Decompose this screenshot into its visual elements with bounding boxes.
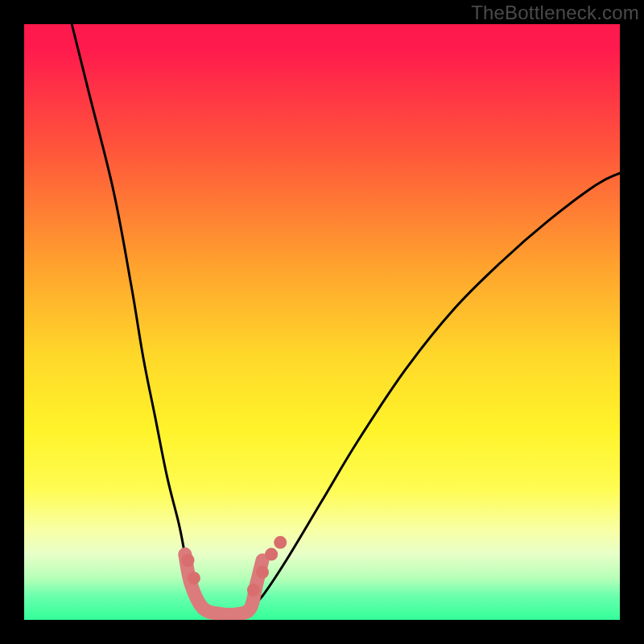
plot-area — [24, 24, 620, 620]
floor-marker — [265, 548, 278, 561]
curves-svg — [24, 24, 620, 620]
floor-marker — [188, 572, 200, 584]
floor-marker — [274, 536, 287, 549]
floor-marker — [247, 584, 260, 597]
floor-marker — [256, 566, 269, 579]
floor-marker — [182, 554, 195, 567]
chart-frame: TheBottleneck.com — [0, 0, 644, 644]
series-left-curve — [72, 24, 203, 608]
series-right-curve — [250, 173, 620, 608]
watermark-label: TheBottleneck.com — [471, 2, 639, 24]
